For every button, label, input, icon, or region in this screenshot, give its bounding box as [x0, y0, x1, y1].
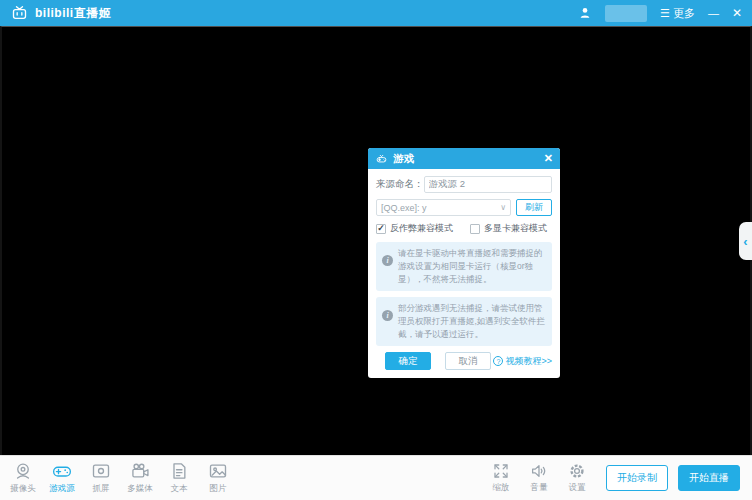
video-tutorial-label: 视频教程>> — [505, 355, 552, 368]
dialog-close-icon[interactable]: ✕ — [544, 153, 553, 164]
source-name-label: 来源命名： — [376, 178, 424, 191]
source-webcam[interactable]: 摄像头 — [8, 461, 38, 495]
app-logo: bilibili直播姬 — [10, 5, 111, 22]
tool-buttons: 缩放 音量 设置 — [488, 462, 590, 494]
user-icon[interactable] — [578, 6, 592, 20]
start-record-button[interactable]: 开始录制 — [606, 465, 668, 491]
refresh-button[interactable]: 刷新 — [516, 199, 552, 216]
close-icon: ✕ — [732, 7, 742, 19]
game-source-dialog: 游戏 ✕ 来源命名： [QQ.exe]: y ∨ 刷新 ✓ 反作弊兼容模式 — [368, 148, 560, 378]
question-icon: ? — [493, 356, 503, 366]
more-menu-button[interactable]: ☰ 更多 — [660, 8, 695, 19]
source-game[interactable]: 游戏源 — [47, 461, 77, 495]
anticheat-checkbox-label: 反作弊兼容模式 — [390, 222, 453, 235]
volume-icon — [530, 462, 548, 480]
anticheat-checkbox-group[interactable]: ✓ 反作弊兼容模式 — [376, 222, 453, 235]
chevron-down-icon: ∨ — [500, 203, 506, 212]
source-media-label: 多媒体 — [127, 483, 153, 495]
multigpu-checkbox-group[interactable]: 多显卡兼容模式 — [470, 222, 547, 235]
settings-tool[interactable]: 设置 — [564, 462, 590, 494]
volume-tool[interactable]: 音量 — [526, 462, 552, 494]
gamepad-icon — [375, 153, 388, 164]
username-box[interactable] — [605, 5, 647, 22]
text-icon — [169, 461, 189, 481]
bottom-toolbar: 摄像头 游戏源 抓屏 — [0, 455, 752, 500]
info-text-admin: 部分游戏遇到无法捕捉，请尝试使用管理员权限打开直播姬,如遇到安全软件拦截，请予以… — [398, 302, 546, 341]
info-icon: i — [382, 310, 393, 321]
source-text-label: 文本 — [171, 483, 188, 495]
source-screen-capture[interactable]: 抓屏 — [86, 461, 116, 495]
dialog-title: 游戏 — [393, 152, 539, 166]
settings-icon — [568, 462, 586, 480]
video-tutorial-link[interactable]: ? 视频教程>> — [493, 355, 552, 368]
checkbox-unchecked-icon[interactable] — [470, 224, 480, 234]
info-box-gpu: i 请在显卡驱动中将直播姬和需要捕捉的游戏设置为相同显卡运行（核显or独显），不… — [376, 242, 552, 291]
source-buttons: 摄像头 游戏源 抓屏 — [8, 461, 233, 495]
bilibili-tv-icon — [10, 5, 29, 21]
start-stream-button[interactable]: 开始直播 — [678, 465, 740, 491]
source-image-label: 图片 — [210, 483, 227, 495]
more-menu-label: 更多 — [673, 8, 695, 19]
menu-icon: ☰ — [660, 8, 670, 19]
minimize-icon: — — [708, 8, 719, 19]
chevron-left-icon: ‹ — [743, 235, 747, 248]
process-select-value: [QQ.exe]: y — [381, 203, 500, 213]
source-game-label: 游戏源 — [49, 483, 75, 495]
dialog-header: 游戏 ✕ — [368, 148, 560, 169]
source-text[interactable]: 文本 — [164, 461, 194, 495]
app-title: bilibili直播姬 — [35, 5, 111, 22]
source-media[interactable]: 多媒体 — [125, 461, 155, 495]
panel-toggle[interactable]: ‹ — [739, 222, 752, 260]
process-select[interactable]: [QQ.exe]: y ∨ — [376, 199, 511, 216]
info-box-admin: i 部分游戏遇到无法捕捉，请尝试使用管理员权限打开直播姬,如遇到安全软件拦截，请… — [376, 297, 552, 346]
close-button[interactable]: ✕ — [732, 7, 742, 19]
webcam-icon — [13, 461, 33, 481]
titlebar: bilibili直播姬 ☰ 更多 — ✕ — [0, 0, 752, 26]
resize-tool[interactable]: 缩放 — [488, 462, 514, 494]
cancel-button[interactable]: 取消 — [445, 352, 491, 370]
volume-tool-label: 音量 — [531, 482, 548, 494]
dialog-body: 来源命名： [QQ.exe]: y ∨ 刷新 ✓ 反作弊兼容模式 多显卡兼容模式 — [368, 169, 560, 378]
info-text-gpu: 请在显卡驱动中将直播姬和需要捕捉的游戏设置为相同显卡运行（核显or独显），不然将… — [398, 247, 546, 286]
source-screen-label: 抓屏 — [93, 483, 110, 495]
app-window: bilibili直播姬 ☰ 更多 — ✕ ‹ — [0, 0, 752, 500]
confirm-button[interactable]: 确定 — [385, 352, 431, 370]
multigpu-checkbox-label: 多显卡兼容模式 — [484, 222, 547, 235]
image-icon — [208, 461, 228, 481]
source-name-input[interactable] — [424, 176, 553, 193]
screen-capture-icon — [91, 461, 111, 481]
minimize-button[interactable]: — — [708, 8, 719, 19]
resize-icon — [492, 462, 510, 480]
source-image[interactable]: 图片 — [203, 461, 233, 495]
info-icon: i — [382, 255, 393, 266]
media-icon — [130, 461, 150, 481]
gamepad-icon — [52, 461, 72, 481]
settings-tool-label: 设置 — [569, 482, 586, 494]
source-webcam-label: 摄像头 — [10, 483, 36, 495]
resize-tool-label: 缩放 — [493, 482, 510, 494]
checkbox-checked-icon[interactable]: ✓ — [376, 224, 386, 234]
